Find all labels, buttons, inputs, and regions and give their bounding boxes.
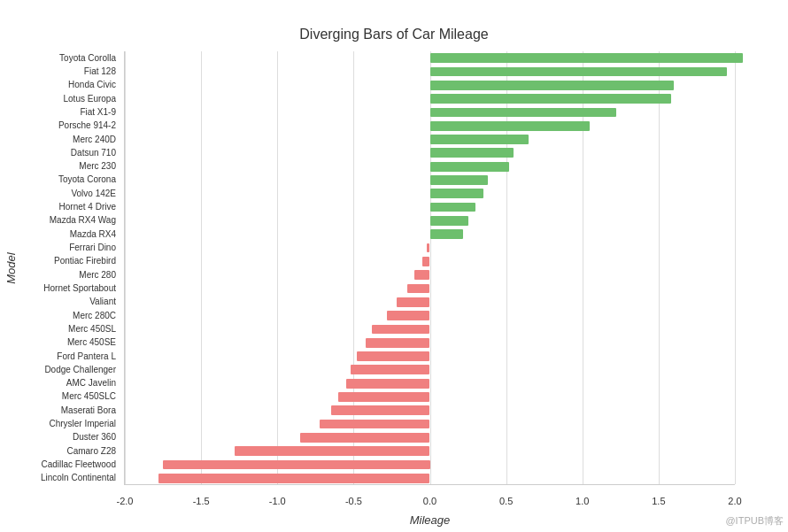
x-tick-label: -0.5 xyxy=(345,496,362,506)
x-tick-label: 0.5 xyxy=(499,496,513,506)
y-label: Lotus Europa xyxy=(9,95,120,104)
y-label: Lincoln Continental xyxy=(9,474,120,482)
chart-area: Model Toyota CorollaFiat 128Honda CivicL… xyxy=(124,51,735,485)
bar xyxy=(430,135,529,144)
x-tick-label: 2.0 xyxy=(728,496,741,506)
bar xyxy=(338,392,429,402)
y-label: Toyota Corona xyxy=(9,175,120,184)
y-label: Merc 280 xyxy=(9,271,120,280)
x-tick-label: 0.0 xyxy=(423,496,436,506)
y-label: Mazda RX4 xyxy=(9,230,120,239)
bar xyxy=(430,81,675,90)
chart-container: Diverging Bars of Car Mileage Model Toyo… xyxy=(0,0,788,532)
chart-title: Diverging Bars of Car Mileage xyxy=(53,27,735,42)
grid-line xyxy=(735,51,736,484)
bar xyxy=(397,297,430,307)
bar xyxy=(300,433,429,443)
bar xyxy=(372,325,429,335)
y-label: Ford Pantera L xyxy=(9,352,120,361)
bar xyxy=(163,460,429,470)
bar xyxy=(331,405,430,415)
bar xyxy=(346,379,430,389)
bar xyxy=(430,53,743,63)
bar xyxy=(320,420,429,429)
y-label: Pontiac Firebird xyxy=(9,257,120,266)
bar xyxy=(430,94,671,104)
x-axis-title: Mileage xyxy=(410,513,451,527)
bar xyxy=(357,351,430,361)
bar xyxy=(430,67,728,77)
y-label: Porsche 914-2 xyxy=(9,121,120,130)
y-label: Fiat X1-9 xyxy=(9,108,120,117)
x-tick-label: -1.0 xyxy=(269,496,286,506)
watermark: @ITPUB博客 xyxy=(725,514,784,528)
grid-line xyxy=(125,51,126,484)
y-label: Merc 240D xyxy=(9,135,120,144)
y-label: Hornet Sportabout xyxy=(9,284,120,293)
bar xyxy=(407,284,430,294)
bar xyxy=(430,175,488,185)
y-label: Volvo 142E xyxy=(9,189,120,198)
y-label: Merc 280C xyxy=(9,312,120,320)
plot-area: Mileage -2.0-1.5-1.0-0.50.00.51.01.52.0 xyxy=(124,51,735,485)
bar xyxy=(430,162,510,172)
y-label: Cadillac Fleetwood xyxy=(9,460,120,469)
bar xyxy=(430,121,591,131)
bar xyxy=(427,243,429,253)
bar xyxy=(351,365,430,374)
y-label: Mazda RX4 Wag xyxy=(9,216,120,225)
bar xyxy=(430,108,616,118)
bar xyxy=(430,189,483,198)
x-tick-label: -1.5 xyxy=(193,496,210,506)
y-label: Fiat 128 xyxy=(9,67,120,76)
bar xyxy=(430,229,464,239)
x-tick-label: 1.0 xyxy=(576,496,589,506)
y-label: Ferrari Dino xyxy=(9,243,120,252)
bar xyxy=(158,474,430,483)
bar xyxy=(387,311,429,320)
y-label: Toyota Corolla xyxy=(9,54,120,63)
grid-line xyxy=(201,51,202,484)
bar xyxy=(430,203,476,212)
y-label: Chrysler Imperial xyxy=(9,420,120,428)
y-label: Camaro Z28 xyxy=(9,447,120,456)
y-label: Merc 230 xyxy=(9,162,120,171)
x-tick-label: 1.5 xyxy=(652,496,665,506)
bar xyxy=(430,216,468,226)
y-label: Merc 450SLC xyxy=(9,392,120,401)
y-label: Hornet 4 Drive xyxy=(9,203,120,212)
y-label: Duster 360 xyxy=(9,433,120,442)
x-tick-label: -2.0 xyxy=(117,496,134,506)
bar xyxy=(430,148,514,158)
bar xyxy=(414,270,429,280)
y-label: Datsun 710 xyxy=(9,149,120,158)
bar xyxy=(422,257,430,266)
y-label: Dodge Challenger xyxy=(9,366,120,374)
y-label: Honda Civic xyxy=(9,81,120,89)
y-label-container: Toyota CorollaFiat 128Honda CivicLotus E… xyxy=(9,51,120,485)
grid-line xyxy=(277,51,278,484)
y-label: Merc 450SL xyxy=(9,325,120,334)
y-label: Maserati Bora xyxy=(9,406,120,415)
y-label: AMC Javelin xyxy=(9,379,120,388)
bar xyxy=(235,446,429,456)
grid-line xyxy=(659,51,660,484)
y-label: Valiant xyxy=(9,297,120,306)
y-label: Merc 450SE xyxy=(9,338,120,347)
bar xyxy=(366,338,429,348)
